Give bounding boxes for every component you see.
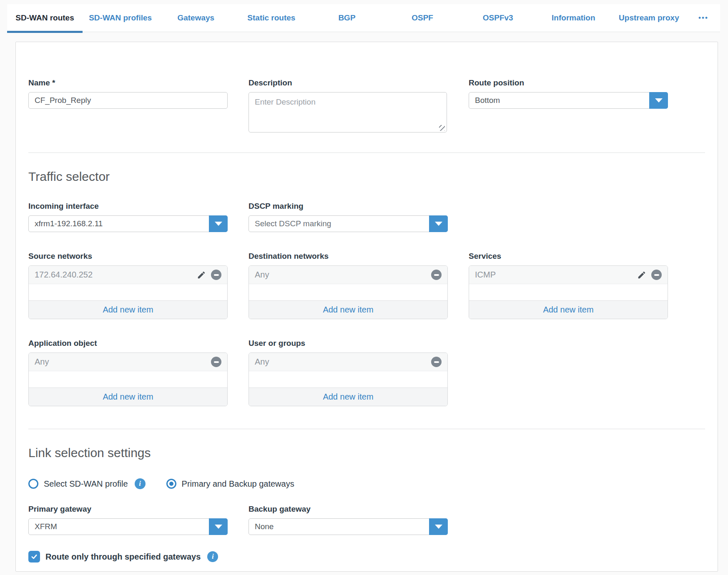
route-position-dropdown[interactable]: Bottom	[469, 92, 668, 109]
item-actions	[211, 357, 221, 367]
tab-upstream-proxy[interactable]: Upstream proxy	[611, 4, 687, 32]
remove-item-icon[interactable]	[211, 270, 221, 280]
list-empty-area	[469, 284, 668, 300]
description-textarea[interactable]	[249, 92, 447, 132]
gateways-row: Primary gateway XFRM Backup gateway None	[28, 504, 705, 535]
tab-label: Gateways	[177, 13, 214, 22]
caret-down-icon	[215, 525, 222, 529]
dscp-marking-field-group: DSCP marking Select DSCP marking	[249, 201, 448, 232]
route-position-dropdown-button[interactable]	[649, 92, 668, 109]
application-users-row: Application object Any Add new item User…	[28, 338, 705, 406]
radio-primary-backup-gateways[interactable]: Primary and Backup gateways	[166, 479, 294, 489]
backup-gateway-value: None	[249, 522, 447, 531]
caret-down-icon	[435, 222, 442, 226]
required-marker: *	[52, 78, 55, 87]
route-position-value: Bottom	[469, 96, 668, 105]
remove-item-icon[interactable]	[431, 270, 442, 280]
description-field-group: Description	[249, 78, 448, 134]
source-networks-listbox: 172.64.240.252 Add new item	[28, 265, 228, 319]
remove-item-icon[interactable]	[211, 357, 221, 367]
edit-pencil-icon[interactable]	[637, 270, 646, 280]
incoming-interface-value: xfrm1-192.168.2.11	[29, 219, 227, 228]
ellipsis-icon: •••	[698, 14, 708, 22]
service-item-text: ICMP	[475, 270, 637, 280]
incoming-interface-field-group: Incoming interface xfrm1-192.168.2.11	[28, 201, 228, 232]
backup-gateway-dropdown[interactable]: None	[249, 518, 448, 535]
primary-gateway-dropdown-button[interactable]	[209, 518, 228, 535]
application-object-listbox: Any Add new item	[28, 352, 228, 406]
application-object-label: Application object	[28, 338, 228, 348]
destination-network-item-text: Any	[255, 270, 431, 280]
name-label-text: Name	[28, 78, 50, 87]
info-icon[interactable]: i	[207, 551, 218, 562]
tab-ospfv3[interactable]: OSPFv3	[460, 4, 536, 32]
primary-gateway-dropdown[interactable]: XFRM	[28, 518, 228, 535]
dscp-marking-dropdown-button[interactable]	[429, 215, 448, 232]
tab-static-routes[interactable]: Static routes	[233, 4, 309, 32]
list-empty-area	[249, 371, 447, 388]
radio-unselected-icon[interactable]	[28, 479, 38, 489]
application-object-item-text: Any	[35, 357, 211, 367]
section-divider	[28, 152, 705, 153]
source-network-item-text: 172.64.240.252	[35, 270, 197, 280]
route-position-field-group: Route position Bottom	[469, 78, 668, 109]
source-networks-group: Source networks 172.64.240.252 Add new i…	[28, 251, 228, 319]
destination-networks-label: Destination networks	[249, 251, 448, 261]
edit-pencil-icon[interactable]	[197, 270, 206, 280]
tab-sdwan-routes[interactable]: SD-WAN routes	[7, 4, 83, 32]
route-position-label: Route position	[469, 78, 668, 88]
tab-label: OSPFv3	[483, 13, 513, 22]
item-actions	[431, 270, 442, 280]
more-tabs-button[interactable]: •••	[687, 4, 720, 32]
backup-gateway-dropdown-button[interactable]	[429, 518, 448, 535]
user-or-groups-add-button[interactable]: Add new item	[249, 388, 447, 406]
tab-label: Upstream proxy	[619, 13, 679, 22]
destination-networks-group: Destination networks Any Add new item	[249, 251, 448, 319]
services-add-button[interactable]: Add new item	[469, 300, 668, 319]
radio-label: Select SD-WAN profile	[44, 479, 128, 489]
tab-sdwan-profiles[interactable]: SD-WAN profiles	[83, 4, 158, 32]
link-selection-radio-row: Select SD-WAN profile i Primary and Back…	[28, 478, 705, 489]
services-label: Services	[469, 251, 668, 261]
networks-services-row: Source networks 172.64.240.252 Add new i…	[28, 251, 705, 319]
general-settings-row: Name * Description Route position Bottom	[28, 78, 705, 134]
route-only-checkbox-row: Route only through specified gateways i	[28, 551, 705, 562]
dscp-marking-dropdown[interactable]: Select DSCP marking	[249, 215, 448, 232]
name-field-group: Name *	[28, 78, 228, 109]
application-object-add-button[interactable]: Add new item	[29, 388, 227, 406]
checkbox-checked-icon[interactable]	[28, 551, 40, 562]
services-group: Services ICMP Add new item	[469, 251, 668, 319]
radio-selected-icon[interactable]	[166, 479, 176, 489]
tab-bgp[interactable]: BGP	[309, 4, 384, 32]
name-input[interactable]	[28, 92, 228, 109]
item-actions	[431, 357, 442, 367]
section-divider	[28, 429, 705, 429]
list-item: Any	[249, 266, 447, 284]
primary-gateway-label: Primary gateway	[28, 504, 228, 514]
caret-down-icon	[435, 525, 442, 529]
add-new-item-label: Add new item	[103, 305, 153, 315]
tab-ospf[interactable]: OSPF	[385, 4, 460, 32]
traffic-selector-title: Traffic selector	[28, 169, 705, 185]
list-item: Any	[29, 353, 227, 371]
remove-item-icon[interactable]	[651, 270, 662, 280]
tab-bar: SD-WAN routes SD-WAN profiles Gateways S…	[7, 4, 720, 32]
item-actions	[637, 270, 662, 280]
application-object-group: Application object Any Add new item	[28, 338, 228, 406]
info-icon[interactable]: i	[135, 478, 146, 489]
source-networks-add-button[interactable]: Add new item	[29, 300, 227, 319]
remove-item-icon[interactable]	[431, 357, 442, 367]
tab-label: OSPF	[412, 13, 433, 22]
tab-label: SD-WAN profiles	[89, 13, 152, 22]
incoming-interface-dropdown-button[interactable]	[209, 215, 228, 232]
tab-information[interactable]: Information	[536, 4, 611, 32]
item-actions	[197, 270, 221, 280]
user-or-groups-label: User or groups	[249, 338, 448, 348]
destination-networks-add-button[interactable]: Add new item	[249, 300, 447, 319]
tab-gateways[interactable]: Gateways	[158, 4, 233, 32]
add-new-item-label: Add new item	[103, 392, 153, 402]
incoming-interface-dropdown[interactable]: xfrm1-192.168.2.11	[28, 215, 228, 232]
tab-label: Information	[552, 13, 595, 22]
radio-select-sdwan-profile[interactable]: Select SD-WAN profile i	[28, 478, 146, 489]
description-textarea-wrap	[249, 92, 447, 134]
